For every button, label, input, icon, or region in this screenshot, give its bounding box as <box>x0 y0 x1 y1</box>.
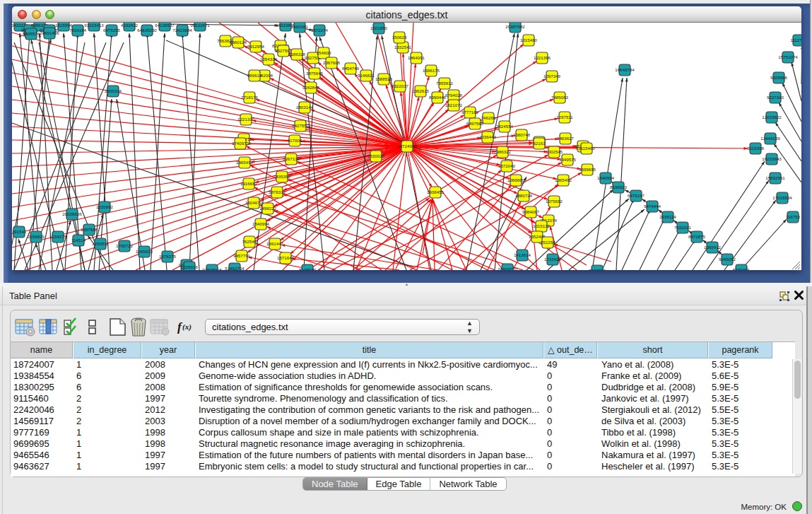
svg-text:7816184: 7816184 <box>69 28 87 33</box>
svg-text:1740973: 1740973 <box>232 141 249 146</box>
svg-text:2530020: 2530020 <box>367 153 385 158</box>
svg-text:1588520: 1588520 <box>375 76 393 81</box>
svg-text:1640954: 1640954 <box>597 175 615 180</box>
svg-text:7955812: 7955812 <box>436 81 454 86</box>
svg-text:1226916: 1226916 <box>181 264 199 269</box>
svg-text:1604670: 1604670 <box>245 200 263 205</box>
svg-text:1221330: 1221330 <box>237 117 255 122</box>
svg-text:3875645: 3875645 <box>306 71 324 76</box>
svg-text:746266: 746266 <box>481 115 496 120</box>
svg-text:1362615: 1362615 <box>412 88 430 93</box>
svg-text:16210643: 16210643 <box>762 156 782 161</box>
svg-text:154600: 154600 <box>317 50 331 55</box>
svg-text:9245052: 9245052 <box>719 257 736 262</box>
svg-text:2935114: 2935114 <box>659 214 676 219</box>
svg-text:1002545: 1002545 <box>546 149 563 154</box>
svg-text:3624554: 3624554 <box>496 124 514 129</box>
svg-text:9699695: 9699695 <box>579 167 596 172</box>
svg-text:8427552: 8427552 <box>292 123 310 128</box>
svg-text:1678275: 1678275 <box>159 254 177 259</box>
svg-text:1054336: 1054336 <box>260 57 278 62</box>
svg-text:5430391: 5430391 <box>733 267 751 270</box>
svg-text:1234275: 1234275 <box>49 234 67 239</box>
svg-text:6794028: 6794028 <box>445 93 463 98</box>
svg-text:1965498: 1965498 <box>236 160 254 165</box>
svg-text:6497568: 6497568 <box>466 121 484 126</box>
svg-text:51462704: 51462704 <box>225 266 245 270</box>
svg-text:9084067: 9084067 <box>522 209 540 214</box>
svg-text:12444159: 12444159 <box>760 136 780 141</box>
svg-text:1864091: 1864091 <box>408 55 425 60</box>
svg-text:2367608: 2367608 <box>323 60 341 65</box>
svg-text:93103413: 93103413 <box>84 23 104 28</box>
svg-text:1880724: 1880724 <box>515 193 533 198</box>
svg-text:9457791: 9457791 <box>233 253 251 258</box>
svg-text:64835030: 64835030 <box>137 28 157 33</box>
svg-text:64139537: 64139537 <box>155 23 175 28</box>
svg-text:1691447: 1691447 <box>266 241 284 246</box>
svg-text:62161: 62161 <box>533 141 546 146</box>
svg-text:8660124: 8660124 <box>230 40 247 45</box>
svg-text:8938923: 8938923 <box>610 185 628 189</box>
svg-text:1615594: 1615594 <box>55 23 73 28</box>
svg-text:1250511: 1250511 <box>92 241 109 246</box>
svg-text:9146821: 9146821 <box>358 73 375 78</box>
svg-text:4192832: 4192832 <box>121 23 139 28</box>
svg-text:20691406: 20691406 <box>40 30 59 35</box>
svg-text:1297511: 1297511 <box>556 115 573 119</box>
svg-text:1097588: 1097588 <box>81 227 98 232</box>
svg-text:1015480: 1015480 <box>520 37 538 42</box>
svg-text:8322037: 8322037 <box>392 83 409 88</box>
svg-text:8454749: 8454749 <box>342 66 360 71</box>
svg-text:1916682: 1916682 <box>240 181 258 186</box>
svg-text:1733426: 1733426 <box>544 257 562 262</box>
svg-text:8990448: 8990448 <box>429 95 447 100</box>
svg-text:9115460: 9115460 <box>578 146 595 151</box>
svg-text:2156829: 2156829 <box>28 234 45 239</box>
svg-text:96532871: 96532871 <box>190 23 210 28</box>
svg-text:417006: 417006 <box>288 138 302 143</box>
svg-text:12033822: 12033822 <box>762 115 782 119</box>
svg-text:1112795: 1112795 <box>790 37 801 42</box>
svg-text:8215358: 8215358 <box>747 146 765 151</box>
svg-text:8148932: 8148932 <box>299 267 317 270</box>
svg-text:28809570: 28809570 <box>498 267 517 270</box>
svg-text:7632021: 7632021 <box>674 225 692 230</box>
svg-text:8471875: 8471875 <box>688 234 706 239</box>
svg-text:1075692: 1075692 <box>546 199 563 204</box>
svg-text:1095815: 1095815 <box>136 249 153 254</box>
svg-text:8912954: 8912954 <box>247 44 265 49</box>
svg-text:9463627: 9463627 <box>557 136 575 141</box>
svg-text:17016534: 17016534 <box>772 195 792 200</box>
svg-text:7182278: 7182278 <box>589 268 606 270</box>
svg-text:3267130: 3267130 <box>283 156 300 161</box>
svg-text:114514: 114514 <box>71 238 86 243</box>
svg-text:2905334: 2905334 <box>105 88 122 93</box>
svg-text:16648784: 16648784 <box>615 67 635 72</box>
svg-text:1621072: 1621072 <box>445 103 463 107</box>
svg-text:152254: 152254 <box>541 240 555 245</box>
svg-text:7485063: 7485063 <box>551 95 569 100</box>
svg-text:1696175: 1696175 <box>423 68 440 73</box>
svg-text:72423884: 72423884 <box>172 28 192 33</box>
svg-text:1332541: 1332541 <box>394 45 412 49</box>
svg-text:18724007: 18724007 <box>397 144 417 148</box>
svg-text:9329966: 9329966 <box>770 75 788 80</box>
svg-text:1938455: 1938455 <box>427 189 445 194</box>
svg-text:9242848: 9242848 <box>302 85 320 90</box>
svg-text:1349575: 1349575 <box>559 157 577 162</box>
svg-text:1435350: 1435350 <box>273 174 291 179</box>
svg-text:8186328: 8186328 <box>288 52 306 57</box>
svg-text:7986322: 7986322 <box>494 149 512 154</box>
svg-text:116753: 116753 <box>786 214 801 219</box>
svg-text:1221396: 1221396 <box>534 55 551 60</box>
svg-text:97848018: 97848018 <box>202 267 222 270</box>
svg-text:1365492: 1365492 <box>555 177 572 182</box>
svg-text:(x): (x) <box>182 322 192 332</box>
svg-text:1068860: 1068860 <box>507 177 525 182</box>
svg-text:5878312: 5878312 <box>269 189 286 194</box>
svg-text:2036443: 2036443 <box>479 134 497 139</box>
svg-text:1921850: 1921850 <box>370 25 388 30</box>
svg-text:150623: 150623 <box>392 35 407 40</box>
svg-text:15692951: 15692951 <box>765 175 785 180</box>
